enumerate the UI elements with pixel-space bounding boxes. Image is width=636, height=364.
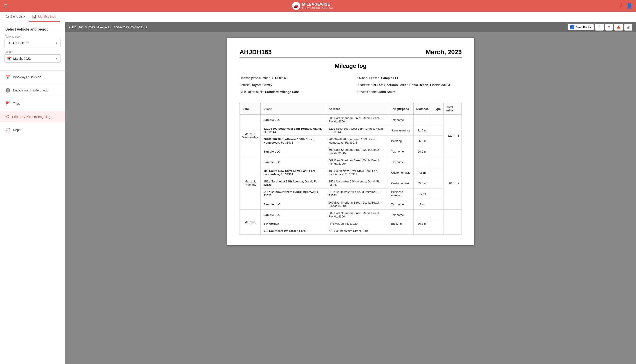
client-cell: J P Morgan xyxy=(261,220,326,228)
plate-number-group: Plate number * 🗒 AHJDH163 ▼ xyxy=(5,35,61,47)
purpose-cell: Banking xyxy=(388,136,414,146)
distance-cell: 31.6 mi xyxy=(413,125,431,136)
table-row: 28100-28298 Southwest 160th Court, Homes… xyxy=(240,136,462,146)
table-row: Sample LLC 509 East Sheridan Street, Dan… xyxy=(240,146,462,157)
sidebar-item-odometer-label: End-of-month mile of odo xyxy=(13,88,48,92)
plate-number-select[interactable]: 🗒 AHJDH163 ▼ xyxy=(5,39,61,47)
table-row: 610 Southeast 9th Street, Fort... 610 So… xyxy=(240,228,462,234)
period-icon: 📅 xyxy=(7,56,12,61)
pdf-meta-left: License plate number: AHJDH163 Vehicle: … xyxy=(239,76,344,96)
pdf-vehicle-row: Vehicle: Toyota Camry xyxy=(239,83,344,88)
address-cell: 509 East Sheridan Street, Dania Beach, F… xyxy=(326,199,388,210)
table-row: 108 South New River Drive East, Fort Lau… xyxy=(240,168,462,178)
client-cell: Sample LLC xyxy=(261,157,326,168)
sidebar-item-trips[interactable]: 🚩 Trips xyxy=(0,98,65,109)
address-cell: 509 East Sheridan Street, Dania Beach, F… xyxy=(326,146,388,157)
pdf-meta: License plate number: AHJDH163 Vehicle: … xyxy=(239,76,462,96)
plate-number-label: Plate number * xyxy=(5,35,61,38)
freshbooks-button[interactable]: F FreshBooks xyxy=(568,24,594,30)
plate-number-value: AHJDH163 xyxy=(12,41,28,45)
sidebar: Select vehicle and period Plate number *… xyxy=(0,22,65,364)
pdf-actions: F FreshBooks 📄 ⬆ 📤 🖨 xyxy=(568,24,632,30)
sidebar-item-workdays[interactable]: 📅 Workdays / Days-off xyxy=(0,72,65,83)
pdf-license-value: AHJDH163 xyxy=(271,76,288,80)
basic-data-icon: 🗂 xyxy=(6,14,9,18)
distance-cell xyxy=(413,157,431,168)
period-dropdown-arrow: ▼ xyxy=(55,57,58,60)
pdf-calc-row: Calculation basis: Standard Mileage Rate xyxy=(239,90,344,94)
pdf-driver-row: Driver's name: John Smith xyxy=(357,90,462,94)
client-cell: 28100-28298 Southwest 160th Court, Homes… xyxy=(261,136,326,146)
th-address: Address xyxy=(326,103,388,114)
type-cell xyxy=(431,220,444,228)
sidebar-item-print-label: Print IRS-Proof mileage log xyxy=(12,115,50,119)
sidebar-item-report[interactable]: 📈 Report xyxy=(0,124,65,136)
pdf-share-button[interactable]: 📤 xyxy=(614,24,623,30)
address-cell: 108 South New River Drive East, Fort Lau… xyxy=(326,168,388,178)
pdf-download-pdf-button[interactable]: 📄 xyxy=(595,24,604,30)
tab-monthly-trips-label: Monthly trips xyxy=(38,14,56,18)
type-cell xyxy=(431,228,444,234)
address-cell: 610 Southeast 9th Street, Fort... xyxy=(326,228,388,234)
table-row: 8201-8399 Southwest 13th Terrace, Miami,… xyxy=(240,125,462,136)
distance-cell: 35.5 mi xyxy=(413,178,431,188)
address-cell: 6137 Southwest 20th Court, Miramar, FL 3… xyxy=(326,188,388,199)
sidebar-item-trips-label: Trips xyxy=(13,102,20,106)
monthly-trips-icon: 📊 xyxy=(32,14,37,19)
type-cell xyxy=(431,168,444,178)
pdf-print-button[interactable]: 🖨 xyxy=(624,24,632,30)
pdf-toolbar: AHJDH163_3_2023_Mileage_log_10-02-2023_0… xyxy=(65,22,636,32)
print-icon: 🖨 xyxy=(6,114,10,119)
address-cell: 509 East Sheridan Street, Dania Beach, F… xyxy=(326,210,388,220)
mileage-table: Date Client Address Trip purpose Distanc… xyxy=(239,103,462,234)
type-cell xyxy=(431,146,444,157)
pdf-meta-right: Owner / Lessee: Sample LLC Address: 509 … xyxy=(357,76,462,96)
th-total-miles: Total miles xyxy=(444,103,461,114)
user-icon[interactable]: 👤 xyxy=(626,3,632,9)
sidebar-divider-3 xyxy=(0,97,65,97)
sidebar-item-print[interactable]: 🖨 Print IRS-Proof mileage log xyxy=(0,111,65,122)
address-cell: 509 East Sheridan Street, Dania Beach, F… xyxy=(326,157,388,168)
distance-cell xyxy=(413,228,431,234)
th-client: Client xyxy=(261,103,326,114)
th-distance: Distance xyxy=(413,103,431,114)
sidebar-divider-4 xyxy=(0,110,65,110)
distance-cell xyxy=(413,114,431,125)
date-cell-march1: March 1,Wednesday xyxy=(240,114,261,157)
purpose-cell: Tax home xyxy=(388,157,414,168)
type-cell xyxy=(431,178,444,188)
address-cell: 28100-28298 Southwest 160th Court, Homes… xyxy=(326,136,388,146)
th-type: Type xyxy=(431,103,444,114)
distance-cell: 9 mi xyxy=(413,199,431,210)
table-header: Date Client Address Trip purpose Distanc… xyxy=(240,103,462,114)
sidebar-vehicle-section: Select vehicle and period Plate number *… xyxy=(0,26,65,70)
tab-basic-data[interactable]: 🗂 Basic data xyxy=(2,12,29,22)
period-select[interactable]: 📅 March, 2023 ▼ xyxy=(5,54,61,63)
brand-name: MILEAGEWISE xyxy=(302,2,333,6)
plate-icon: 🗒 xyxy=(7,41,11,45)
client-cell: 1551 Northwest 79th Avenue, Doral, FL 33… xyxy=(261,178,326,188)
workdays-icon: 📅 xyxy=(6,74,10,80)
total-miles-cell-march6 xyxy=(444,210,461,234)
app-body: Select vehicle and period Plate number *… xyxy=(0,22,636,364)
sidebar-item-odometer[interactable]: 🔘 End-of-month mile of odo xyxy=(0,85,65,96)
pdf-address-value: 509 East Sheridan Street, Dania Beach, F… xyxy=(371,83,450,87)
table-row: 1551 Northwest 79th Avenue, Doral, FL 33… xyxy=(240,178,462,188)
tab-monthly-trips[interactable]: 📊 Monthly trips xyxy=(29,12,59,22)
pdf-header: AHJDH163 March, 2023 xyxy=(239,48,462,56)
table-row: Sample LLC 509 East Sheridan Street, Dan… xyxy=(240,199,462,210)
pdf-export-button[interactable]: ⬆ xyxy=(605,24,613,30)
main-content: AHJDH163_3_2023_Mileage_log_10-02-2023_0… xyxy=(65,22,636,364)
pdf-period: March, 2023 xyxy=(426,48,462,56)
table-row: March 6, Sample LLC 509 East Sheridan St… xyxy=(240,210,462,220)
hamburger-icon[interactable]: ☰ xyxy=(4,3,8,8)
client-cell: Sample LLC xyxy=(261,210,326,220)
address-cell: 1551 Northwest 79th Avenue, Doral, FL 33… xyxy=(326,178,388,188)
purpose-cell: Sales meeting xyxy=(388,125,414,136)
table-row: 6137 Southwest 20th Court, Miramar, FL 3… xyxy=(240,188,462,199)
help-icon[interactable]: ❓ xyxy=(617,3,624,9)
th-purpose: Trip purpose xyxy=(388,103,414,114)
sidebar-divider-2 xyxy=(0,84,65,84)
date-cell-march6: March 6, xyxy=(240,210,261,234)
purpose-cell: Tax home xyxy=(388,199,414,210)
